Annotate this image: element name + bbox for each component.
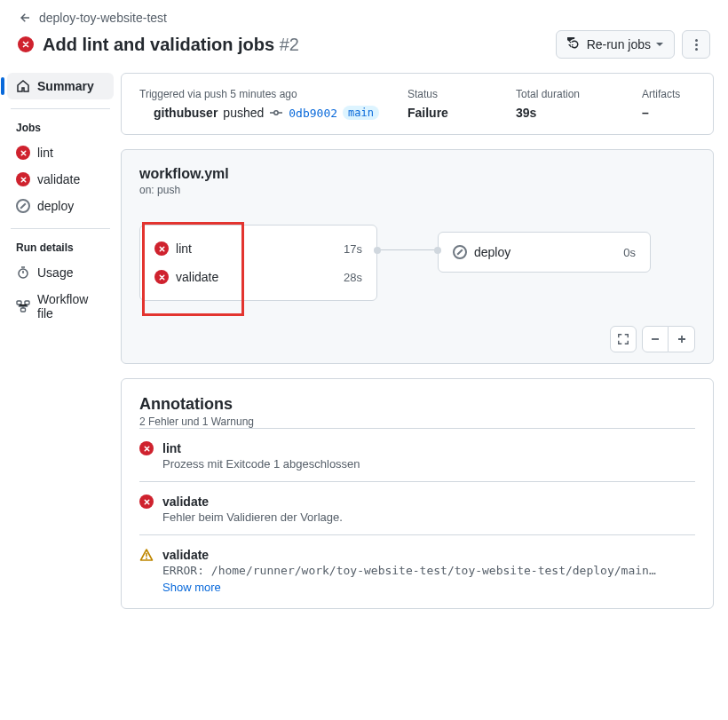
graph-job-deploy-box: deploy 0s — [438, 232, 651, 273]
breadcrumb[interactable]: deploy-toy-website-test — [39, 11, 167, 25]
sidebar-job-validate[interactable]: validate — [7, 166, 114, 193]
stopwatch-icon — [16, 265, 30, 280]
fail-icon — [16, 146, 30, 160]
run-status-fail-icon — [18, 36, 34, 52]
sidebar-job-deploy[interactable]: deploy — [7, 193, 114, 219]
svg-rect-3 — [21, 308, 26, 312]
graph-job-lint[interactable]: lint 17s — [153, 234, 364, 263]
workflow-graph-card: workflow.yml on: push lint 17s validate … — [121, 149, 714, 364]
error-icon — [139, 495, 154, 509]
sidebar-jobs-heading: Jobs — [7, 115, 114, 139]
actor-name[interactable]: githubuser — [154, 106, 218, 120]
trigger-verb: pushed — [223, 106, 264, 120]
commit-sha[interactable]: 0db9002 — [289, 107, 337, 120]
branch-badge[interactable]: main — [343, 106, 379, 120]
chevron-down-icon — [656, 43, 663, 46]
fail-icon — [154, 270, 169, 284]
svg-point-5 — [146, 558, 147, 559]
annotations-card: Annotations 2 Fehler und 1 Warnung lint … — [121, 378, 714, 609]
skip-icon — [16, 199, 30, 213]
sidebar-details-heading: Run details — [7, 234, 114, 259]
graph-connector — [377, 249, 438, 250]
fail-icon — [154, 241, 169, 256]
job-group-box: lint 17s validate 28s — [139, 225, 377, 301]
annotation-item: lint Prozess mit Exitcode 1 abgeschlosse… — [139, 428, 695, 481]
svg-point-4 — [274, 111, 278, 115]
run-meta-card: Triggered via push 5 minutes ago githubu… — [121, 73, 714, 135]
kebab-icon — [695, 39, 698, 51]
skip-icon — [453, 245, 467, 259]
duration-value: 39s — [516, 106, 613, 120]
annotations-title: Annotations — [139, 395, 695, 414]
back-arrow-icon[interactable] — [18, 11, 32, 25]
svg-rect-2 — [25, 301, 29, 305]
annotation-item: validate ERROR: /home/runner/work/toy-we… — [139, 534, 695, 605]
show-more-link[interactable]: Show more — [162, 581, 660, 594]
sidebar-workflow-file[interactable]: Workflow file — [7, 286, 114, 327]
svg-rect-1 — [17, 301, 21, 305]
artifacts-value: – — [642, 106, 695, 120]
sidebar-usage[interactable]: Usage — [7, 259, 114, 286]
commit-icon — [269, 106, 283, 120]
annotations-summary: 2 Fehler und 1 Warnung — [139, 415, 695, 428]
run-menu-kebab-button[interactable] — [682, 30, 710, 59]
trigger-label: Triggered via push 5 minutes ago — [139, 88, 379, 100]
graph-job-validate[interactable]: validate 28s — [153, 263, 364, 291]
status-value: Failure — [408, 106, 487, 120]
sidebar-job-lint[interactable]: lint — [7, 139, 114, 166]
page-title: Add lint and validation jobs #2 — [43, 35, 299, 55]
workflow-name: workflow.yml — [139, 166, 695, 182]
workflow-trigger: on: push — [139, 184, 695, 196]
error-icon — [139, 441, 154, 455]
sync-icon — [567, 37, 582, 51]
graph-job-deploy[interactable]: deploy 0s — [451, 241, 637, 263]
sidebar-summary[interactable]: Summary — [7, 73, 114, 99]
run-number: #2 — [280, 35, 299, 54]
rerun-jobs-button[interactable]: Re-run jobs — [556, 30, 675, 59]
warning-icon — [139, 548, 154, 562]
fullscreen-button[interactable] — [610, 326, 637, 352]
workflow-icon — [16, 299, 30, 313]
annotation-item: validate Fehler beim Validieren der Vorl… — [139, 481, 695, 534]
home-icon — [16, 79, 30, 93]
zoom-in-button[interactable] — [669, 326, 695, 352]
fail-icon — [16, 172, 30, 186]
zoom-out-button[interactable] — [642, 326, 669, 352]
